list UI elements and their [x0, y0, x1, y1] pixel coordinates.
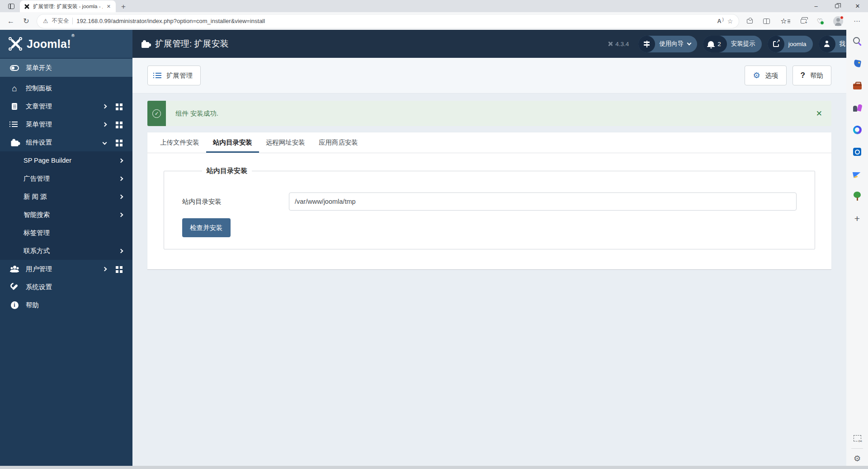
grid-icon[interactable]: [116, 140, 118, 142]
sidebar-item-menu-toggle[interactable]: 菜单开关: [0, 59, 132, 77]
plus-glyph: +: [805, 21, 807, 25]
sidebar-tools-button[interactable]: [852, 80, 862, 90]
read-aloud-icon[interactable]: A: [717, 18, 724, 24]
content-toolbar: 扩展管理 ⚙ 选项 ? 帮助: [132, 58, 846, 94]
joomla-logo-area[interactable]: Joomla!®: [0, 30, 132, 58]
sidebar-subitem-sp-page-builder[interactable]: SP Page Builder: [0, 151, 132, 169]
sidebar-item-label: 菜单开关: [26, 64, 123, 72]
sidebar-m365-button[interactable]: [852, 125, 862, 135]
sidebar-tree-button[interactable]: [852, 191, 862, 201]
joomla-favicon: [24, 4, 30, 9]
check-circle-icon: ✓: [152, 109, 161, 118]
sidebar-games-button[interactable]: [852, 103, 862, 113]
toolbox-icon: [853, 84, 862, 89]
collections-icon[interactable]: +: [801, 19, 807, 23]
sidebar-settings-button[interactable]: ⚙: [852, 454, 862, 464]
chevron-right-icon: [119, 212, 123, 217]
url-text[interactable]: 192.168.0.99/administrator/index.php?opt…: [76, 18, 713, 24]
sidebar-add-button[interactable]: +: [852, 213, 862, 223]
restore-button[interactable]: [826, 0, 847, 12]
refresh-button[interactable]: ↻: [20, 17, 33, 25]
shopping-tag-icon: [853, 59, 861, 67]
toggle-icon: [10, 65, 19, 71]
sidebar-item-menus[interactable]: 菜单管理: [0, 115, 132, 133]
check-and-install-button[interactable]: 检查并安装: [182, 218, 231, 237]
alert-close-icon[interactable]: ✕: [816, 109, 822, 118]
sidebar-drop-button[interactable]: [852, 169, 862, 179]
notifications-button[interactable]: 2 安装提示: [703, 36, 762, 52]
sidebar-subitem-tags[interactable]: 标签管理: [0, 224, 132, 242]
address-bar[interactable]: ⚠ 不安全 192.168.0.99/administrator/index.p…: [37, 14, 739, 28]
article-icon: [12, 103, 17, 110]
install-folder-input[interactable]: [289, 192, 797, 211]
web-capture-button[interactable]: ✂: [852, 433, 862, 443]
options-button[interactable]: ⚙ 选项: [745, 66, 786, 85]
admin-sidebar: 菜单开关 ⌂ 控制面板 文章管理 菜单管理 组件设置 SP Page Build…: [0, 58, 132, 466]
user-menu-label: 我: [840, 40, 846, 48]
edge-sidebar: + ✂ ⚙: [846, 30, 868, 469]
site-name-label: joomla: [788, 41, 807, 47]
extensions-icon[interactable]: [747, 19, 753, 23]
security-label[interactable]: 不安全: [52, 17, 69, 25]
sidebar-item-components[interactable]: 组件设置: [0, 133, 132, 151]
list-icon: [156, 73, 161, 78]
sidebar-item-help[interactable]: i 帮助: [0, 296, 132, 314]
tab-actions-button[interactable]: [5, 1, 18, 11]
profile-avatar[interactable]: [833, 16, 843, 26]
close-window-button[interactable]: ✕: [847, 0, 868, 12]
split-screen-icon[interactable]: [763, 19, 770, 24]
plus-icon: +: [854, 214, 860, 223]
security-warning-icon: ⚠: [43, 18, 48, 24]
sidebar-item-users[interactable]: 用户管理: [0, 260, 132, 278]
sidebar-item-articles[interactable]: 文章管理: [0, 97, 132, 115]
install-folder-label: 站内目录安装: [182, 197, 289, 206]
back-button[interactable]: ←: [5, 17, 17, 25]
sidebar-outlook-button[interactable]: [852, 147, 862, 157]
sidebar-subitem-newsfeeds[interactable]: 新 闻 源: [0, 188, 132, 206]
help-label: 帮助: [810, 71, 823, 80]
scissors-glyph: ✂: [859, 439, 862, 444]
more-menu-icon[interactable]: ⋯: [854, 17, 861, 25]
address-divider: [72, 18, 73, 24]
sidebar-item-label: 新 闻 源: [24, 192, 113, 201]
gear-icon: ⚙: [854, 455, 861, 463]
tab-install-from-web[interactable]: 应用商店安装: [312, 132, 365, 153]
grid-icon[interactable]: [116, 103, 118, 106]
gear-icon: ⚙: [753, 71, 760, 80]
favorites-icon[interactable]: ☆: [780, 17, 790, 25]
sidebar-shopping-button[interactable]: [852, 58, 862, 68]
external-link-circle: [768, 36, 784, 52]
microsoft-365-icon: [853, 126, 862, 134]
browser-essentials-icon[interactable]: ♡: [817, 18, 823, 24]
favorite-star-icon[interactable]: ☆: [727, 18, 733, 25]
users-icon: [9, 266, 19, 272]
sidebar-subitem-contacts[interactable]: 联系方式: [0, 242, 132, 260]
bell-icon: [708, 41, 714, 47]
sidebar-item-system[interactable]: 系统设置: [0, 278, 132, 296]
installer-tabs: 上传文件安装 站内目录安装 远程网址安装 应用商店安装: [147, 132, 831, 153]
chevron-right-icon: [119, 158, 123, 163]
chevron-right-icon: [119, 249, 123, 253]
sidebar-search-button[interactable]: [852, 36, 862, 46]
sidebar-subitem-banners[interactable]: 广告管理: [0, 169, 132, 188]
extensions-manager-button[interactable]: 扩展管理: [147, 66, 201, 85]
tab-install-from-url[interactable]: 远程网址安装: [259, 132, 312, 153]
puzzle-icon: [11, 141, 18, 146]
joomla-logo-text: Joomla!®: [27, 38, 74, 51]
view-site-button[interactable]: joomla: [768, 36, 813, 52]
tab-upload-package[interactable]: 上传文件安装: [153, 132, 206, 153]
sidebar-subitem-smart-search[interactable]: 智能搜索: [0, 206, 132, 224]
header-actions: 4.3.4 使用向导 2 安装提示 joomla 我: [608, 36, 859, 52]
grid-icon[interactable]: [116, 122, 118, 124]
help-button[interactable]: ? 帮助: [793, 66, 831, 85]
guided-tour-button[interactable]: 使用向导: [638, 36, 697, 52]
grid-icon[interactable]: [116, 266, 118, 269]
new-tab-button[interactable]: +: [121, 3, 126, 10]
tab-install-from-folder[interactable]: 站内目录安装: [206, 132, 259, 153]
sidebar-item-dashboard[interactable]: ⌂ 控制面板: [0, 79, 132, 97]
browser-tab[interactable]: 扩展管理: 扩展安装 - joomla - 后 ✕: [20, 0, 116, 12]
tab-close-icon[interactable]: ✕: [106, 4, 112, 9]
chevron-down-icon: [687, 41, 692, 46]
puzzle-icon: [142, 42, 149, 48]
minimize-button[interactable]: –: [806, 0, 826, 12]
